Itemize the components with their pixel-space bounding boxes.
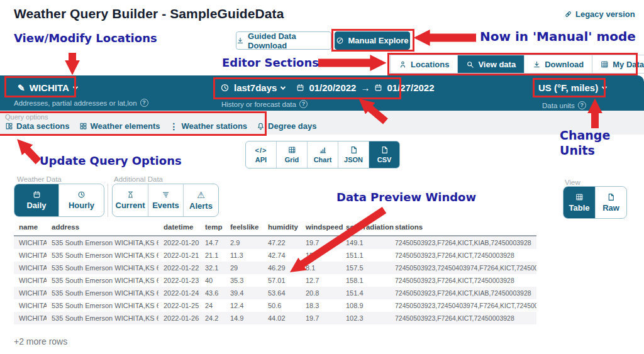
guided-data-download-button[interactable]: Guided Data Download [236,31,331,50]
help-icon[interactable]: ? [578,101,586,109]
date-hint: History or forecast data ? [221,100,308,108]
format-json-button[interactable]: JSON [338,141,369,168]
sections-icon [5,122,13,130]
tab-download[interactable]: Download [525,55,592,73]
calendar-icon [296,84,304,92]
warning-icon: ⚠ [197,191,205,199]
additional-data-group: Current Events ⚠ Alerts [112,184,219,217]
search-icon [466,60,474,69]
hourly-button[interactable]: Hourly [59,184,104,216]
file-icon [607,193,615,201]
query-bar: ✎ WICHITA Addresses, partial addresses o… [0,75,644,111]
code-icon: </> [255,147,267,154]
col-humidity: humidity [263,221,301,236]
legacy-version-link[interactable]: Legacy version [564,9,635,19]
download-icon [236,36,244,45]
query-option-data-sections[interactable]: Data sections [5,121,70,131]
arrow-to-query-options [26,149,38,162]
alerts-button[interactable]: ⚠ Alerts [184,184,218,216]
query-options-strip: Query options Data sections Weather elem… [0,111,644,135]
table-row: WICHITA535 South Emerson WICHITA,KS 6720… [14,236,536,249]
annotation-editor-sections: Editor Sections [222,56,319,69]
bell-icon [257,122,265,130]
divider [108,184,108,217]
date-start-input[interactable]: 01/20/2022 [309,82,356,93]
view-toggle-group: Table Raw [563,186,627,219]
col-solarradiation: solarradiation [341,221,390,236]
daily-button[interactable]: Daily [14,184,59,216]
col-feelslike: feelslike [225,221,263,236]
annotation-update-query-options: Update Query Options [40,154,182,167]
format-grid-button[interactable]: Grid [277,141,308,168]
col-name: name [14,221,47,236]
location-hint: Addresses, partial addresses or lat,lon … [14,99,148,107]
manual-button-label: Manual Explore [348,36,408,45]
weather-data-label: Weather Data [17,175,62,183]
format-api-button[interactable]: </> API [246,141,277,168]
view-label: View [565,179,580,186]
dots-icon: ⋮ [170,122,179,131]
current-button[interactable]: Current [113,184,148,216]
weather-query-builder-app: Weather Query Builder - SampleGuideData … [0,0,644,354]
chevron-down-icon [602,84,607,89]
query-option-degree-days[interactable]: Degree days [257,121,316,131]
col-temp: temp [200,221,225,236]
help-icon[interactable]: ? [299,100,308,108]
grid-icon [288,146,296,154]
link-icon [564,10,572,18]
table-header: name address datetime temp feelslike hum… [14,221,536,236]
query-options-label: Query options [5,113,48,121]
calendar-icon [374,84,382,92]
chevron-down-icon [280,84,286,89]
page-title: Weather Query Builder - SampleGuideData [14,6,284,21]
annotation-view-modify-locations: View/Modify Locations [14,31,157,45]
period-selector[interactable]: last7days [234,82,277,93]
units-hint: Data units ? [542,101,586,109]
person-pin-icon [399,60,407,69]
table-row: WICHITA535 South Emerson WICHITA,KS 6720… [14,262,536,274]
events-button[interactable]: Events [148,184,184,216]
raw-view-button[interactable]: Raw [596,187,626,218]
guided-button-label: Guided Data Download [248,31,331,50]
additional-data-label: Additional Data [114,175,163,183]
format-csv-button[interactable]: CSV [369,141,399,168]
help-icon[interactable]: ? [140,99,148,107]
query-option-weather-elements[interactable]: Weather elements [79,121,160,131]
col-address: address [47,221,158,236]
location-selector[interactable]: ✎ WICHITA [18,82,77,93]
clock-icon [220,83,230,92]
location-value: WICHITA [30,82,69,93]
col-windspeed: windspeed [301,221,341,236]
manual-explore-button[interactable]: Manual Explore [335,31,410,50]
chart-icon [319,146,327,154]
query-option-weather-stations[interactable]: ⋮ Weather stations [170,121,248,131]
date-end-input[interactable]: 01/27/2022 [387,82,434,93]
download-icon [533,60,541,69]
table-row: WICHITA535 South Emerson WICHITA,KS 6720… [14,249,536,262]
table-view-button[interactable]: Table [564,187,596,218]
pencil-icon: ✎ [18,84,25,92]
chevron-down-icon [73,84,78,89]
col-datetime: datetime [158,221,200,236]
arrow-right-icon: → [360,82,370,93]
format-chart-button[interactable]: Chart [308,141,338,168]
grid-icon [575,193,584,201]
col-stations: stations [390,221,536,236]
tab-my-datasets[interactable]: My Datasets [592,55,644,73]
tornado-icon [162,191,170,199]
units-selector[interactable]: US (°F, miles) [538,82,606,93]
more-rows-note: +2 more rows [14,336,67,346]
annotation-data-preview-window: Data Preview Window [336,191,476,204]
grid-icon [601,60,609,69]
table-row: WICHITA535 South Emerson WICHITA,KS 6720… [14,287,536,299]
clock-icon [77,191,86,199]
tab-locations[interactable]: Locations [391,55,458,73]
weather-data-group: Daily Hourly [14,184,104,217]
file-icon [380,146,389,154]
file-icon [350,146,358,154]
tab-view-data[interactable]: View data [458,55,525,73]
squares-icon [79,122,87,130]
hourglass-icon [126,191,135,199]
annotation-now-manual-mode: Now in 'Manual' mode [480,29,636,44]
table-row: WICHITA535 South Emerson WICHITA,KS 6720… [14,274,536,287]
